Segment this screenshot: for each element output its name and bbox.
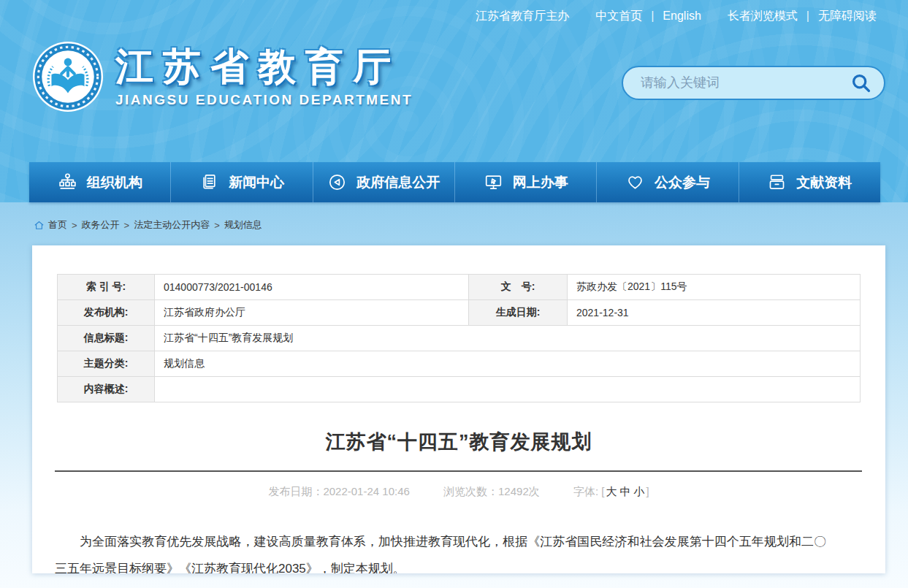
breadcrumb-separator: > [72, 220, 77, 231]
site-title: 江苏省教育厅 [115, 45, 413, 88]
breadcrumb-separator: > [214, 220, 220, 231]
org-chart-icon [58, 172, 77, 192]
table-row: 索 引 号: 014000773/2021-00146 文 号: 苏政办发〔20… [58, 275, 861, 300]
index-number-value: 014000773/2021-00146 [155, 275, 469, 300]
index-number-label: 索 引 号: [58, 275, 155, 300]
breadcrumb-statutory-disclosure[interactable]: 法定主动公开内容 [134, 218, 210, 232]
breadcrumb-home[interactable]: 首页 [48, 218, 67, 232]
department-emblem-icon [32, 41, 104, 112]
creation-date-value: 2021-12-31 [568, 300, 861, 326]
nav-item-label: 网上办事 [513, 173, 568, 192]
topbar: 江苏省教育厅主办 中文首页 | English 长者浏览模式 | 无障碍阅读 [0, 0, 908, 32]
search-button[interactable] [850, 72, 872, 94]
font-size-label: 字体: [ [573, 485, 605, 497]
table-row: 信息标题: 江苏省“十四五”教育发展规划 [58, 326, 861, 351]
topic-category-value: 规划信息 [155, 351, 861, 377]
article-meta: 发布日期：2022-01-24 10:46 浏览次数：12492次 字体: [大… [32, 485, 885, 499]
nav-item-documents[interactable]: 文献资料 [739, 162, 880, 202]
topbar-separator: | [651, 9, 654, 23]
font-size-large-button[interactable]: 大 [606, 485, 617, 497]
topic-category-label: 主题分类: [58, 351, 155, 377]
archive-icon [767, 172, 787, 192]
nav-item-gov-info-disclosure[interactable]: 政府信息公开 [313, 162, 454, 202]
font-size-medium-button[interactable]: 中 [619, 485, 630, 497]
creation-date-label: 生成日期: [469, 300, 568, 326]
home-icon [34, 220, 45, 231]
publish-date-value: 2022-01-24 10:46 [323, 485, 409, 497]
views-value: 12492次 [498, 485, 540, 497]
main-nav: 组织机构 新闻中心 政府信息公开 网上办事 [29, 162, 880, 202]
issuing-agency-label: 发布机构: [58, 300, 155, 326]
nav-item-label: 组织机构 [87, 173, 142, 192]
info-title-label: 信息标题: [58, 326, 155, 351]
font-size-small-button[interactable]: 小 [633, 485, 644, 497]
search-icon [850, 72, 872, 94]
online-service-icon [484, 172, 503, 192]
content-card: 索 引 号: 014000773/2021-00146 文 号: 苏政办发〔20… [32, 245, 885, 573]
site-subtitle: JIANGSU EDUCATION DEPARTMENT [115, 92, 413, 108]
nav-item-public-participation[interactable]: 公众参与 [596, 162, 738, 202]
issuing-agency-value: 江苏省政府办公厅 [155, 300, 469, 326]
title-divider [55, 470, 862, 472]
doc-number-label: 文 号: [469, 275, 568, 300]
font-size-bracket-close: ] [646, 485, 649, 497]
breadcrumb-current: 规划信息 [224, 218, 262, 232]
views-label: 浏览次数： [443, 485, 498, 497]
page-body: 首页 > 政务公开 > 法定主动公开内容 > 规划信息 索 引 号: 01400… [0, 202, 908, 588]
table-row: 发布机构: 江苏省政府办公厅 生成日期: 2021-12-31 [58, 300, 861, 326]
document-info-table: 索 引 号: 014000773/2021-00146 文 号: 苏政办发〔20… [57, 274, 861, 402]
nav-item-label: 公众参与 [655, 173, 710, 192]
content-summary-label: 内容概述: [58, 377, 155, 402]
nav-item-online-services[interactable]: 网上办事 [454, 162, 596, 202]
table-row: 主题分类: 规划信息 [58, 351, 861, 377]
site-header: 江苏省教育厅主办 中文首页 | English 长者浏览模式 | 无障碍阅读 江… [0, 0, 908, 202]
breadcrumb: 首页 > 政务公开 > 法定主动公开内容 > 规划信息 [0, 202, 908, 232]
link-accessibility[interactable]: 无障碍阅读 [818, 9, 877, 24]
link-senior-mode[interactable]: 长者浏览模式 [728, 9, 798, 24]
topbar-separator: | [806, 9, 809, 23]
breadcrumb-separator: > [124, 220, 130, 231]
nav-item-news[interactable]: 新闻中心 [170, 162, 312, 202]
content-summary-value [155, 377, 861, 402]
search-box [622, 66, 885, 100]
heart-icon [625, 172, 645, 192]
nav-item-label: 新闻中心 [229, 173, 284, 192]
nav-item-organization[interactable]: 组织机构 [29, 162, 170, 202]
publish-date-label: 发布日期： [268, 485, 323, 497]
news-doc-icon [199, 172, 219, 192]
article-paragraph: 为全面落实教育优先发展战略，建设高质量教育体系，加快推进教育现代化，根据《江苏省… [32, 528, 885, 573]
info-disclosure-icon [327, 172, 347, 192]
nav-item-label: 文献资料 [796, 173, 852, 192]
breadcrumb-gov-affairs[interactable]: 政务公开 [82, 218, 120, 232]
search-input[interactable] [641, 75, 850, 91]
table-row: 内容概述: [58, 377, 861, 402]
host-label: 江苏省教育厅主办 [476, 9, 569, 24]
link-chinese-home[interactable]: 中文首页 [595, 9, 642, 24]
doc-number-value: 苏政办发〔2021〕115号 [568, 275, 861, 300]
article-title: 江苏省“十四五”教育发展规划 [32, 429, 885, 455]
info-title-value: 江苏省“十四五”教育发展规划 [155, 326, 861, 351]
link-english[interactable]: English [663, 9, 701, 23]
nav-item-label: 政府信息公开 [356, 173, 440, 192]
